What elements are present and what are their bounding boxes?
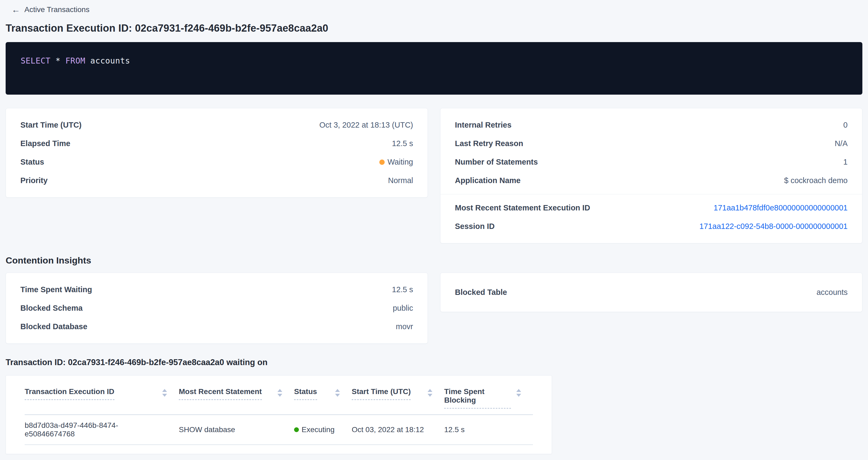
transaction-summary-card: Start Time (UTC) Oct 3, 2022 at 18:13 (U… [6,108,428,197]
field-value: 12.5 s [392,285,413,294]
field-label: Priority [20,176,48,185]
internal-retries-row: Internal Retries 0 [440,116,862,134]
statement-execution-id-link[interactable]: 171aa1b478fdf0e80000000000000001 [714,204,848,212]
column-label: Transaction Execution ID [25,387,115,400]
sort-icon[interactable] [516,387,521,397]
sort-icon[interactable] [428,387,432,397]
start-time-row: Start Time (UTC) Oct 3, 2022 at 18:13 (U… [6,116,428,134]
sql-statement-box: SELECT * FROM accounts [6,42,862,95]
sql-text: accounts [85,56,130,65]
field-label: Session ID [455,222,495,231]
sort-icon[interactable] [277,387,282,397]
contention-left-card: Time Spent Waiting 12.5 s Blocked Schema… [6,273,428,344]
column-label: Most Recent Statement [179,387,262,400]
field-value: Normal [388,176,413,185]
blocked-table-row: Blocked Table accounts [440,280,862,304]
execution-details-card: Internal Retries 0 Last Retry Reason N/A… [440,108,862,243]
sql-text: * [51,56,65,65]
status-row: Status Waiting [6,153,428,171]
column-label: Time Spent Blocking [444,387,511,408]
cell-most-recent-statement: SHOW database [179,415,294,445]
field-value: Oct 3, 2022 at 18:13 (UTC) [319,121,413,129]
field-label: Blocked Database [20,322,87,331]
back-arrow-icon: ← [11,5,20,14]
column-label: Status [294,387,317,400]
breadcrumb: ← Active Transactions [6,4,862,16]
session-id-row: Session ID 171aa122-c092-54b8-0000-00000… [440,217,862,236]
summary-section: Start Time (UTC) Oct 3, 2022 at 18:13 (U… [6,108,862,243]
status-text: Executing [302,425,335,434]
cell-transaction-execution-id: b8d7d03a-d497-446b-8474-e50846674768 [25,415,179,445]
contention-section: Time Spent Waiting 12.5 s Blocked Schema… [6,273,862,344]
column-header-time-spent-blocking[interactable]: Time Spent Blocking [444,375,533,415]
field-label: Number of Statements [455,158,538,166]
field-label: Time Spent Waiting [20,285,92,294]
waiting-on-table-card: Transaction Execution ID Most Recent Sta… [6,375,552,454]
field-value: 0 [843,121,848,129]
field-label: Internal Retries [455,121,512,129]
breadcrumb-label: Active Transactions [24,5,90,14]
contention-right-card: Blocked Table accounts [440,273,862,312]
last-retry-reason-row: Last Retry Reason N/A [440,134,862,153]
field-label: Last Retry Reason [455,139,523,148]
elapsed-time-row: Elapsed Time 12.5 s [6,134,428,153]
sql-keyword: FROM [65,56,85,65]
status-text: Waiting [388,158,413,166]
column-header-transaction-execution-id[interactable]: Transaction Execution ID [25,375,179,415]
blocked-schema-row: Blocked Schema public [6,299,428,317]
statement-execution-id-row: Most Recent Statement Execution ID 171aa… [440,198,862,217]
field-label: Start Time (UTC) [20,121,82,129]
sort-icon[interactable] [162,387,167,397]
column-label: Start Time (UTC) [352,387,411,400]
column-header-status[interactable]: Status [294,375,352,415]
session-id-link[interactable]: 171aa122-c092-54b8-0000-000000000001 [700,222,848,231]
back-to-active-transactions-link[interactable]: ← Active Transactions [11,5,90,14]
field-value: N/A [835,139,848,148]
card-divider [440,194,862,194]
cell-status: Executing [294,415,352,445]
field-label: Most Recent Statement Execution ID [455,204,590,212]
time-spent-waiting-row: Time Spent Waiting 12.5 s [6,280,428,299]
field-value: 1 [843,158,848,166]
field-label: Elapsed Time [20,139,70,148]
field-value: movr [396,322,413,331]
number-of-statements-row: Number of Statements 1 [440,153,862,171]
status-badge: Waiting [379,158,413,166]
cell-time-spent-blocking: 12.5 s [444,415,533,445]
contention-insights-heading: Contention Insights [6,255,862,266]
waiting-on-table: Transaction Execution ID Most Recent Sta… [25,375,533,445]
field-value: accounts [816,288,848,297]
sort-icon[interactable] [335,387,340,397]
waiting-on-heading: Transaction ID: 02ca7931-f246-469b-b2fe-… [6,358,862,367]
sql-statement: SELECT * FROM accounts [21,56,847,65]
field-label: Blocked Schema [20,304,83,313]
sql-keyword: SELECT [21,56,51,65]
priority-row: Priority Normal [6,171,428,190]
field-label: Blocked Table [455,288,507,297]
table-row: b8d7d03a-d497-446b-8474-e50846674768 SHO… [25,415,533,445]
field-value: 12.5 s [392,139,413,148]
blocked-database-row: Blocked Database movr [6,317,428,336]
cell-start-time: Oct 03, 2022 at 18:12 [352,415,444,445]
field-label: Status [20,158,44,166]
field-value: $ cockroach demo [784,176,848,185]
field-value: public [393,304,413,313]
column-header-start-time[interactable]: Start Time (UTC) [352,375,444,415]
status-waiting-dot-icon [379,159,385,165]
status-executing-dot-icon [294,427,299,432]
application-name-row: Application Name $ cockroach demo [440,171,862,190]
column-header-most-recent-statement[interactable]: Most Recent Statement [179,375,294,415]
page-title: Transaction Execution ID: 02ca7931-f246-… [6,23,862,34]
table-header-row: Transaction Execution ID Most Recent Sta… [25,375,533,415]
field-label: Application Name [455,176,521,185]
transaction-details-page: ← Active Transactions Transaction Execut… [0,0,868,454]
